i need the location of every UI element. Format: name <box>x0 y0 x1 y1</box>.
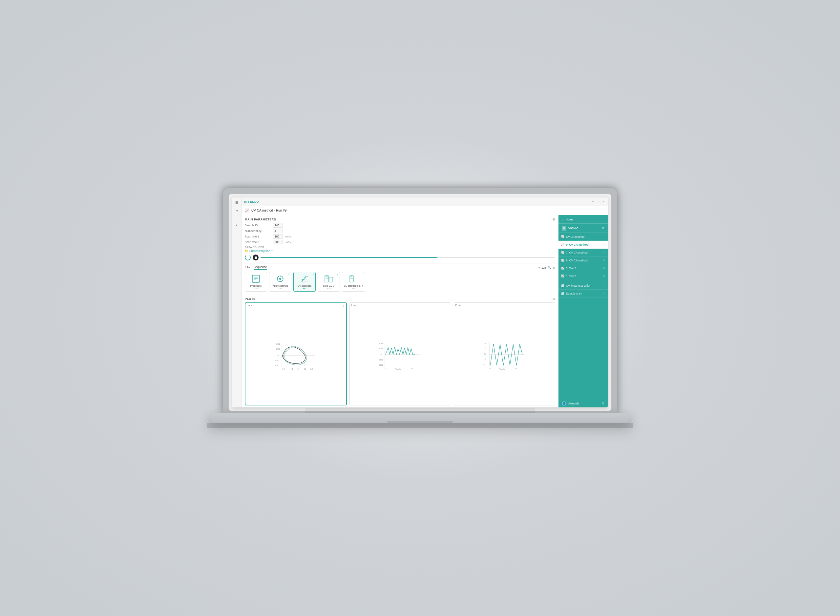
plots-minimize-icon[interactable]: − <box>549 297 551 301</box>
folder-dropdown-icon[interactable]: ▾ <box>272 249 273 252</box>
sidebar-chart-icon-6: 📈 <box>561 274 564 277</box>
plot-i-vs-e-title: I vs E <box>247 304 345 307</box>
window-title-bar: 📈 CV CA method - Run #9 <box>241 206 608 215</box>
svg-text:-0.2: -0.2 <box>290 368 293 370</box>
svg-text:0.4: 0.4 <box>310 368 313 370</box>
sidebar-item-label-2: 9. CV CA method <box>566 243 601 246</box>
apply-settings-card-icon <box>275 274 285 283</box>
scan-rate2-value[interactable]: 500 <box>273 240 283 244</box>
sidebar-chart-icon-2: 📈 <box>561 243 564 246</box>
svg-text:-0.001: -0.001 <box>379 359 383 361</box>
plot-add-button[interactable]: + <box>342 304 345 307</box>
scan-rate2-label: Scan rate 2 <box>245 241 271 244</box>
data-folder-value[interactable]: 📁 Shared/Project A ▾ <box>245 249 555 252</box>
sidebar-item-label-4: 6. CV CA method <box>566 259 601 262</box>
home-icon: ⌂ <box>562 218 563 221</box>
sidebar-line-icon-2: 📉 <box>561 292 564 295</box>
sidebar-item-label-5: 3. Test 2 <box>566 267 601 270</box>
sidebar-item-3-test2[interactable]: 📈 3. Test 2 ✕ <box>558 264 608 272</box>
run-spinner <box>245 255 251 260</box>
cv-staircase-34-card-icon: CV <box>349 274 358 283</box>
laptop-screen: ☰ ◂ ▸ INTELLO ─ □ ✕ <box>229 194 611 411</box>
vionic-settings-icon[interactable]: ⚙ <box>602 227 604 230</box>
cv-staircase-card-icon <box>300 274 310 283</box>
main-params-section: Main parameters ⊞ Sample ID 146 Number o… <box>241 215 558 263</box>
seq-add-icon[interactable]: + <box>539 266 540 269</box>
close-button[interactable]: ✕ <box>601 200 605 204</box>
sidebar-close-4[interactable]: ✕ <box>603 259 605 262</box>
sample-id-value[interactable]: 146 <box>273 223 283 227</box>
plot-i-vs-t-content: 0.002 0.001 0 -0.001 -0.002 0 50 <box>351 307 449 404</box>
svg-text:100: 100 <box>514 367 517 369</box>
svg-text:0.002: 0.002 <box>276 343 280 345</box>
params-expand-icon[interactable]: ⊞ <box>552 218 555 221</box>
sidebar-item-1-test1[interactable]: 📈 1. Test 1 ✕ <box>558 272 608 280</box>
num-cycles-value[interactable]: 4 <box>273 229 283 233</box>
scan-rate2-unit: mV/s <box>285 241 291 244</box>
seq-card-apply-settings[interactable]: ✓ <box>269 272 291 292</box>
user-settings-icon[interactable]: ⚙ <box>602 402 604 405</box>
svg-text:0: 0 <box>489 367 490 369</box>
svg-text:0: 0 <box>485 358 486 360</box>
svg-text:Time (s): Time (s) <box>395 368 401 370</box>
folder-path: Shared/Project A <box>250 249 270 252</box>
maximize-button[interactable]: □ <box>596 200 600 204</box>
svg-text:-0.002: -0.002 <box>275 364 279 367</box>
nav-down-icon[interactable]: ▸ <box>234 222 240 227</box>
seq-card-step[interactable]: ✓ CV <box>318 272 340 292</box>
procedure-card-icon <box>251 274 261 283</box>
sidebar-item-cv-ca-method[interactable]: 📈 CV CA method <box>558 233 608 241</box>
sidebar-close-3[interactable]: ✕ <box>603 251 605 254</box>
stop-button[interactable] <box>253 255 258 260</box>
params-panel: Main parameters ⊞ Sample ID 146 Number o… <box>241 215 558 408</box>
progress-bar-container <box>260 257 555 258</box>
nav-up-icon[interactable]: ◂ <box>234 207 240 213</box>
svg-text:0.6: 0.6 <box>484 342 486 345</box>
svg-text:0.4: 0.4 <box>484 348 486 350</box>
sidebar-close-2[interactable]: ✕ <box>603 243 605 246</box>
title-bar: INTELLO ─ □ ✕ <box>241 198 608 206</box>
sidebar-item-7-cv-ca[interactable]: 📈 7. CV CA method ✕ <box>558 249 608 257</box>
svg-text:-0.4: -0.4 <box>282 368 285 370</box>
sidebar-home[interactable]: ⌂ Home <box>558 215 608 224</box>
sidebar-item-label-7: CV linear test cell A <box>566 284 601 287</box>
svg-text:-0.001: -0.001 <box>275 359 279 361</box>
progress-bar-fill <box>260 257 438 258</box>
sequence-cards: Procedure ✓ <box>245 272 555 293</box>
laptop-screen-bezel: ☰ ◂ ▸ INTELLO ─ □ ✕ <box>223 188 617 413</box>
sidebar-item-sample-a14[interactable]: 📉 Sample A 14 ✕ <box>558 290 608 298</box>
sidebar-item-cv-linear[interactable]: 📉 CV linear test cell A ✕ <box>558 282 608 290</box>
plots-expand-icon[interactable]: ⊞ <box>552 297 555 301</box>
svg-rect-12 <box>329 277 333 282</box>
scan-rate1-value[interactable]: 100 <box>273 234 283 239</box>
seq-counter: 123 <box>541 266 546 269</box>
plot-e-vs-t-title: E vs t <box>455 304 554 307</box>
sidebar-divider <box>558 281 608 281</box>
sample-id-label: Sample ID <box>245 224 271 227</box>
sidebar-close-5[interactable]: ✕ <box>603 267 605 270</box>
seq-zoom-icon[interactable]: ⊕ <box>552 266 555 269</box>
vionic-icon: ▦ <box>562 226 566 230</box>
left-sidebar: ☰ ◂ ▸ <box>232 198 241 408</box>
cv-staircase-34-card-label: CV staircase 3 / 4 <box>344 285 363 287</box>
sidebar-chart-icon-1: 📈 <box>561 235 564 238</box>
minimize-button[interactable]: ─ <box>590 200 595 204</box>
menu-icon[interactable]: ☰ <box>234 199 240 205</box>
vionic-label: VIONIC <box>568 227 579 230</box>
seq-card-procedure[interactable]: Procedure <box>245 272 267 292</box>
sidebar-close-7[interactable]: ✕ <box>603 285 605 287</box>
tab-info[interactable]: Info <box>245 266 250 270</box>
sidebar-close-6[interactable]: ✕ <box>603 275 605 277</box>
apply-settings-card-label: Apply settings <box>273 285 288 287</box>
sidebar-item-6-cv-ca[interactable]: 📈 6. CV CA method ✕ <box>558 257 608 264</box>
step-check: ✓ <box>337 273 339 276</box>
seq-search-icon[interactable]: 🔍 <box>548 266 551 269</box>
seq-card-cv-staircase[interactable]: ✓ CV staircase <box>293 272 316 292</box>
sidebar-item-9-cv-ca[interactable]: 📈 9. CV CA method ✕ <box>558 241 608 249</box>
svg-text:0: 0 <box>380 353 382 356</box>
sidebar-chart-icon-4: 📈 <box>561 259 564 262</box>
sidebar-close-8[interactable]: ✕ <box>603 292 605 295</box>
seq-card-cv-staircase-34[interactable]: CV CV staircase 3 / 4 <box>342 272 365 292</box>
tab-sequence[interactable]: Sequence <box>254 265 267 270</box>
svg-text:0.2: 0.2 <box>304 368 306 370</box>
